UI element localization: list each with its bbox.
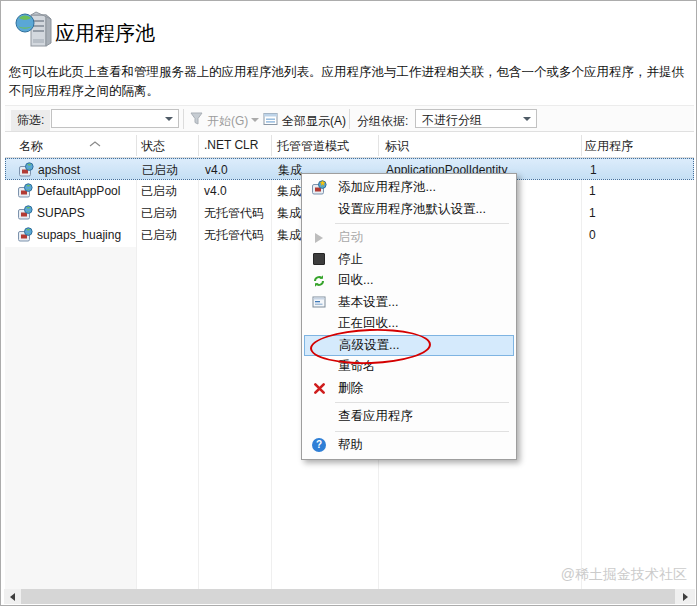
app-pool-icon [17,205,33,221]
cell-apps: 0 [589,224,596,246]
show-all-button[interactable]: 全部显示(A) [282,113,346,130]
app-pool-icon [17,227,33,243]
column-header-pipeline[interactable]: 托管管道模式 [277,138,349,155]
column-divider[interactable] [136,135,137,156]
stop-icon [307,253,331,265]
cell-pipeline: 集成 [278,159,302,181]
app-pool-icon [17,183,33,199]
cell-clr: 无托管代码 [204,202,264,224]
cell-apps: 1 [589,202,596,224]
horizontal-scrollbar[interactable] [4,589,695,604]
column-header-apps[interactable]: 应用程序 [585,138,633,155]
cell-clr: 无托管代码 [204,224,264,246]
chevron-left-icon [10,593,15,601]
page-title: 应用程序池 [55,20,155,47]
column-divider[interactable] [581,135,582,156]
menu-item-label: 删除 [338,380,363,397]
cell-clr: v4.0 [204,180,227,202]
menu-item[interactable]: 基本设置... [302,292,516,314]
page-description: 您可以在此页上查看和管理服务器上的应用程序池列表。应用程序池与工作进程相关联，包… [9,63,687,101]
cell-name: supaps_huajing [37,224,121,246]
menu-item-label: 启动 [338,229,363,246]
menu-separator [335,223,509,224]
cell-apps: 1 [590,159,597,181]
app-pool-icon [18,162,34,178]
filter-input[interactable] [51,109,179,128]
menu-item[interactable]: 停止 [302,249,516,271]
menu-item[interactable]: 设置应用程序池默认设置... [302,199,516,221]
cell-pipeline: 集成 [277,202,301,224]
menu-item-label: 回收... [338,272,373,289]
menu-item[interactable]: 回收... [302,270,516,292]
cell-name: SUPAPS [37,202,85,224]
cell-name: DefaultAppPool [37,180,120,202]
scroll-right-button[interactable] [677,589,693,604]
column-divider[interactable] [271,135,272,156]
go-button[interactable]: 开始(G) [207,113,248,130]
cell-clr: v4.0 [205,159,228,181]
group-by-select[interactable]: 不进行分组 [415,109,537,128]
cell-status: 已启动 [142,159,178,181]
cell-pipeline: 集成 [277,180,301,202]
chevron-down-icon[interactable] [165,117,173,121]
chevron-down-icon[interactable] [523,117,531,121]
menu-item[interactable]: 添加应用程序池... [302,177,516,199]
column-divider[interactable] [198,135,199,156]
menu-item-label: 停止 [338,251,363,268]
menu-separator [335,431,509,432]
column-header-name[interactable]: 名称 [19,138,43,155]
menu-item[interactable]: 启动 [302,227,516,249]
menu-item-label: 基本设置... [338,294,398,311]
cell-apps: 1 [589,180,596,202]
show-all-icon [263,112,278,129]
filter-label: 筛选: [11,110,50,131]
column-divider[interactable] [378,135,379,156]
add-app-pool-icon [307,180,331,196]
sorted-column-tint [5,247,136,589]
column-header-status[interactable]: 状态 [141,138,165,155]
watermark: @稀土掘金技术社区 [561,566,687,584]
cell-status: 已启动 [141,202,177,224]
group-by-label: 分组依据: [357,113,408,130]
scroll-left-button[interactable] [4,589,20,604]
basic-settings-icon [307,295,331,309]
cell-status: 已启动 [141,224,177,246]
recycle-icon [307,274,331,288]
menu-item-label: 帮助 [338,437,363,454]
menu-item-label: 查看应用程序 [338,408,413,425]
start-icon [307,233,331,243]
go-dropdown-icon[interactable] [251,118,259,122]
menu-item-label: 设置应用程序池默认设置... [338,201,486,218]
delete-icon [307,382,331,395]
group-by-value: 不进行分组 [422,112,482,129]
app-pools-page: 应用程序池 您可以在此页上查看和管理服务器上的应用程序池列表。应用程序池与工作进… [0,0,697,606]
cell-name: apshost [38,159,80,181]
toolbar-divider [183,109,184,129]
menu-item[interactable]: 查看应用程序 [302,406,516,428]
toolbar-divider [349,109,350,129]
cell-pipeline: 集成 [277,224,301,246]
table-header: 名称 状态 .NET CLR 托管管道模式 标识 应用程序 [5,133,694,158]
scrollbar-thumb[interactable] [21,589,675,604]
sort-ascending-icon [89,133,101,151]
help-icon: ? [307,438,331,452]
chevron-right-icon [683,593,688,601]
cell-status: 已启动 [141,180,177,202]
menu-item[interactable]: 删除 [302,378,516,400]
filter-funnel-icon [190,112,203,128]
application-pools-icon [14,11,56,55]
menu-item-label: 添加应用程序池... [338,179,436,196]
column-header-identity[interactable]: 标识 [385,138,409,155]
context-menu: 添加应用程序池...设置应用程序池默认设置...启动停止回收...基本设置...… [301,173,517,460]
menu-separator [335,402,509,403]
menu-item[interactable]: ?帮助 [302,435,516,457]
column-header-clr[interactable]: .NET CLR [204,138,258,152]
actions-toolbar: 筛选: 开始(G) 全部显示(A) 分组依据: 不进行分组 [5,105,694,132]
